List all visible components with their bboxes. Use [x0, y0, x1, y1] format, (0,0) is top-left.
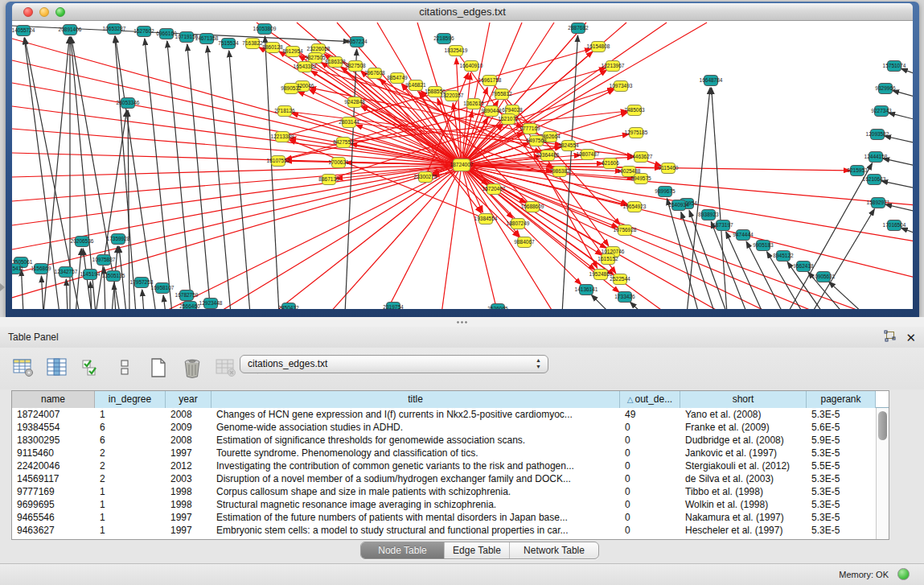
- tab-edge-table[interactable]: Edge Table: [445, 542, 510, 558]
- graph-node[interactable]: 1621072: [498, 114, 519, 125]
- graph-node[interactable]: 2522544: [610, 274, 630, 285]
- graph-node[interactable]: 9329966: [875, 84, 896, 94]
- new-column-icon[interactable]: [146, 356, 170, 380]
- column-header-pagerank[interactable]: pagerank: [807, 391, 876, 408]
- graph-node[interactable]: 13505135: [102, 271, 125, 282]
- graph-node[interactable]: 9146821: [405, 80, 426, 91]
- tab-network-table[interactable]: Network Table: [510, 542, 598, 558]
- window-titlebar[interactable]: citations_edges.txt: [12, 3, 913, 21]
- graph-node[interactable]: 2526065: [487, 304, 508, 310]
- close-panel-icon[interactable]: ✕: [906, 332, 916, 344]
- graph-node[interactable]: 9827508: [345, 61, 366, 72]
- column-chooser-icon[interactable]: [45, 356, 69, 380]
- graph-node[interactable]: 18220357: [441, 91, 464, 101]
- column-header-title[interactable]: title: [211, 391, 620, 408]
- graph-node[interactable]: 16958107: [151, 283, 175, 294]
- network-canvas[interactable]: 1872400771638228860128891295423226058982…: [12, 21, 913, 309]
- graph-node[interactable]: 12213967: [602, 61, 625, 72]
- column-header-in-degree[interactable]: in_degree: [95, 391, 166, 408]
- table-row[interactable]: 969969511998Structural magnetic resonanc…: [12, 498, 889, 511]
- row-selection-mode-icon[interactable]: [79, 356, 103, 380]
- graph-node[interactable]: 9890448: [481, 106, 502, 117]
- graph-node[interactable]: 1156869: [31, 264, 51, 274]
- graph-node[interactable]: 1145194: [80, 270, 101, 280]
- graph-node[interactable]: 1700631: [328, 158, 349, 168]
- graph-node[interactable]: 10756928: [614, 225, 637, 236]
- vertical-scrollbar[interactable]: [876, 408, 889, 539]
- graph-node[interactable]: 8945122: [773, 251, 794, 262]
- graph-node[interactable]: 8357224: [347, 37, 368, 47]
- table-row[interactable]: 1830029562008Estimation of significance …: [12, 434, 889, 447]
- graph-node[interactable]: 19384554: [474, 214, 498, 225]
- graph-node[interactable]: 9115460: [659, 163, 679, 174]
- tab-node-table[interactable]: Node Table: [361, 542, 445, 558]
- scrollbar-thumb[interactable]: [878, 411, 887, 440]
- table-row[interactable]: 946554611997Estimation of the future num…: [12, 511, 889, 524]
- graph-node[interactable]: 14671358: [195, 34, 219, 44]
- graph-node[interactable]: 14463627: [630, 152, 653, 163]
- graph-node[interactable]: 20206536: [71, 237, 94, 247]
- graph-node[interactable]: 9242848: [344, 97, 365, 108]
- graph-node[interactable]: 6873197: [713, 220, 733, 231]
- graph-node[interactable]: 7515524: [218, 39, 239, 49]
- graph-node[interactable]: 18107552: [267, 156, 290, 167]
- graph-node[interactable]: 16782759: [175, 290, 199, 301]
- table-row[interactable]: 946362711997Embryonic stem cells: a mode…: [12, 524, 889, 537]
- graph-node[interactable]: 23300275: [414, 172, 437, 183]
- graph-node[interactable]: 8186328: [325, 57, 346, 68]
- graph-node[interactable]: 2803144: [339, 117, 359, 128]
- graph-node[interactable]: 9899675: [655, 187, 676, 197]
- column-header-name[interactable]: name: [12, 391, 95, 408]
- table-row[interactable]: 911546021997Tourette syndrome. Phenomeno…: [12, 447, 889, 459]
- table-selector-dropdown[interactable]: citations_edges.txt ▲▼: [240, 355, 548, 373]
- merge-rows-icon[interactable]: [113, 356, 137, 380]
- table-row[interactable]: 2242004622012Investigating the contribut…: [12, 459, 889, 472]
- graph-node[interactable]: 621606: [602, 159, 619, 169]
- graph-node[interactable]: 19654923: [623, 202, 647, 212]
- graph-node[interactable]: 12975185: [625, 128, 648, 138]
- graph-node[interactable]: 16543382: [294, 62, 317, 72]
- graph-node[interactable]: 16053809: [253, 24, 277, 35]
- graph-node[interactable]: 2450412: [278, 303, 299, 310]
- graph-node[interactable]: 6497568: [526, 136, 547, 146]
- graph-node[interactable]: 1615152: [598, 254, 618, 265]
- graph-node[interactable]: 20891406: [59, 25, 82, 35]
- graph-node[interactable]: 8427552: [333, 138, 354, 148]
- graph-node[interactable]: 18724007: [450, 159, 474, 171]
- graph-node[interactable]: 14136141: [575, 285, 598, 295]
- graph-node[interactable]: 12444158: [864, 152, 888, 163]
- column-header-year[interactable]: year: [166, 391, 211, 408]
- graph-node[interactable]: 8215953: [847, 166, 868, 176]
- panel-splitter[interactable]: [0, 317, 924, 327]
- graph-node[interactable]: 7955812: [491, 89, 512, 100]
- graph-node[interactable]: 8860128: [262, 43, 283, 53]
- graph-node[interactable]: 2967608: [364, 68, 385, 79]
- graph-node[interactable]: 9474444: [733, 230, 754, 241]
- graph-node[interactable]: 16648784: [700, 76, 723, 86]
- table-row[interactable]: 1456911722003Disruption of a novel membe…: [12, 472, 889, 485]
- graph-node[interactable]: 2718126: [274, 106, 295, 117]
- graph-node[interactable]: 8912954: [282, 47, 303, 57]
- column-header-out-de-[interactable]: △out_de...: [620, 391, 680, 408]
- graph-node[interactable]: 16210643: [863, 175, 886, 185]
- graph-node[interactable]: 12093582: [866, 130, 889, 140]
- graph-node[interactable]: 2319754: [383, 303, 404, 310]
- graph-node[interactable]: 16640910: [460, 61, 483, 72]
- graph-node[interactable]: 2887682: [568, 23, 589, 34]
- graph-node[interactable]: 16961758: [478, 76, 502, 86]
- graph-node[interactable]: 12923448: [199, 299, 223, 309]
- graph-node[interactable]: 2218596: [433, 34, 454, 44]
- graph-node[interactable]: 9884067: [514, 237, 535, 248]
- graph-node[interactable]: 7986382: [549, 167, 570, 177]
- graph-node[interactable]: 10653287: [103, 24, 126, 35]
- graph-node[interactable]: 1527602: [133, 27, 154, 37]
- graph-node[interactable]: 17359928: [107, 234, 130, 245]
- float-panel-icon[interactable]: [883, 330, 896, 346]
- graph-node[interactable]: 6966160: [156, 29, 177, 39]
- graph-node[interactable]: 18807249: [507, 219, 530, 229]
- graph-node[interactable]: 9227343: [871, 106, 892, 117]
- graph-node[interactable]: 9562418: [793, 262, 814, 272]
- column-header-short[interactable]: short: [680, 391, 807, 408]
- graph-node[interactable]: 10975887: [92, 255, 116, 266]
- graph-node[interactable]: 16154808: [587, 42, 610, 52]
